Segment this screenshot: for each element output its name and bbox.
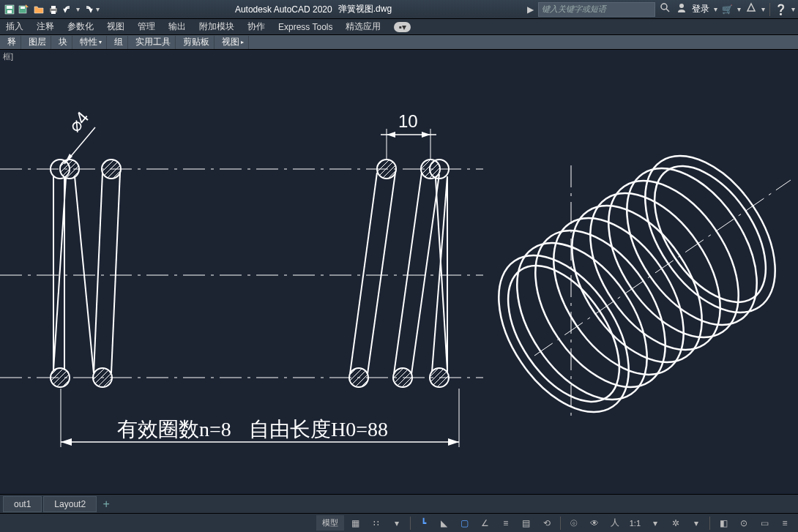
panel-group[interactable]: 组	[110, 36, 128, 49]
status-model[interactable]: 模型	[316, 515, 344, 531]
panel-properties[interactable]: 特性▾	[75, 36, 107, 49]
transparency-icon[interactable]: ▤	[518, 515, 535, 531]
ribbon-tabs: 插入 注释 参数化 视图 管理 输出 附加模块 协作 Express Tools…	[0, 19, 798, 35]
annotation-visibility-icon[interactable]: 👁	[586, 515, 603, 531]
grid-icon[interactable]: ▦	[347, 515, 365, 531]
title-center: Autodesk AutoCAD 2020 弹簧视图.dwg	[100, 3, 527, 15]
play-icon[interactable]: ▶	[527, 4, 534, 15]
tab-addins[interactable]: 附加模块	[199, 20, 234, 33]
lineweight-icon[interactable]: ≡	[497, 515, 515, 531]
title-right: ▶ 键入关键字或短语 登录 ▾ 🛒 ▾ ▾ ❔ ▾	[527, 2, 795, 17]
svg-point-57	[472, 232, 655, 435]
search-input[interactable]: 键入关键字或短语	[538, 2, 655, 17]
login-button[interactable]: 登录	[692, 3, 709, 15]
svg-text:10: 10	[398, 111, 418, 131]
quick-access-toolbar: ▾ ▾	[3, 3, 100, 16]
cycling-icon[interactable]: ⟲	[538, 515, 556, 531]
svg-point-17	[102, 160, 121, 179]
save-icon[interactable]	[3, 3, 16, 16]
spring-front-view: ⌀4 10 有效圈数n=8 自由长度H0=88	[0, 108, 483, 447]
svg-marker-52	[448, 438, 459, 446]
help-icon[interactable]: ❔	[775, 4, 787, 15]
scale-dropdown-icon[interactable]: ▾	[646, 515, 664, 531]
svg-marker-46	[422, 132, 430, 138]
svg-text:⌀4: ⌀4	[64, 108, 92, 135]
panel-bar: 释 图层 块 特性▾ 组 实用工具 剪贴板 视图▸	[0, 35, 798, 50]
hardware-icon[interactable]: ⊙	[735, 515, 753, 531]
frame-label: 框]	[0, 50, 798, 63]
tab-express[interactable]: Express Tools	[278, 22, 332, 32]
cart-icon[interactable]: 🛒	[722, 4, 733, 15]
panel-view[interactable]: 视图▸	[217, 36, 249, 49]
status-bar: 模型 ▦ ∷ ▾ ┗ ◣ ▢ ∠ ≡ ▤ ⟲ ⦾ 👁 人 1:1 ▾ ✲ ▾ ◧…	[0, 513, 798, 532]
tab-output[interactable]: 输出	[168, 20, 186, 33]
svg-point-66	[485, 247, 642, 422]
svg-line-9	[666, 9, 669, 12]
dimension-diameter: ⌀4	[64, 108, 95, 164]
open-icon[interactable]	[32, 3, 45, 16]
customize-icon[interactable]: ▾	[687, 515, 705, 531]
svg-point-26	[377, 160, 396, 179]
svg-rect-1	[7, 6, 12, 9]
undo-dropdown-icon[interactable]: ▾	[76, 5, 80, 13]
panel-utils[interactable]: 实用工具	[131, 36, 176, 49]
svg-point-10	[679, 4, 684, 8]
app-name: Autodesk AutoCAD 2020	[235, 4, 332, 15]
panel-layers[interactable]: 图层	[24, 36, 51, 49]
panel-block[interactable]: 块	[54, 36, 72, 49]
svg-point-67	[632, 147, 788, 322]
isolate-icon[interactable]: ◧	[715, 515, 732, 531]
tab-insert[interactable]: 插入	[6, 20, 23, 33]
app-icon[interactable]	[745, 2, 757, 16]
tab-annotate[interactable]: 注释	[37, 20, 54, 33]
svg-line-33	[368, 173, 395, 374]
app-dropdown-icon[interactable]: ▾	[761, 5, 765, 13]
redo-icon[interactable]	[81, 3, 94, 16]
osnap-icon[interactable]: ▢	[456, 515, 474, 531]
panel-clipboard[interactable]: 剪贴板	[179, 36, 215, 49]
svg-point-30	[393, 368, 412, 387]
login-dropdown-icon[interactable]: ▾	[714, 5, 717, 13]
snap-icon[interactable]: ∷	[368, 515, 385, 531]
drawing-canvas[interactable]: ⌀4 10 有效圈数n=8 自由长度H0=88	[0, 63, 798, 494]
print-icon[interactable]	[47, 3, 60, 16]
user-icon[interactable]	[676, 2, 687, 16]
save-as-icon[interactable]	[18, 3, 31, 16]
file-name: 弹簧视图.dwg	[338, 3, 392, 15]
tab-view[interactable]: 视图	[107, 20, 124, 33]
layout-tab-1[interactable]: out1	[3, 496, 42, 512]
annotation-icon[interactable]: 人	[606, 515, 624, 531]
svg-point-64	[600, 145, 783, 348]
help-dropdown-icon[interactable]: ▾	[791, 5, 795, 13]
panel-explain[interactable]: 释	[3, 36, 21, 49]
polar-icon[interactable]: ◣	[436, 515, 453, 531]
dimension-overall: 有效圈数n=8 自由长度H0=88	[61, 389, 459, 447]
annotation-scale-icon[interactable]: ⦾	[565, 515, 583, 531]
svg-line-35	[411, 174, 439, 374]
tab-featured[interactable]: 精选应用	[346, 20, 381, 33]
svg-point-58	[491, 220, 674, 422]
svg-marker-51	[61, 438, 72, 446]
layout-tabs: out1 Layout2 +	[0, 494, 798, 513]
layout-tab-2[interactable]: Layout2	[43, 496, 97, 512]
status-scale[interactable]: 1:1	[627, 519, 644, 528]
gear-icon[interactable]: ✲	[667, 515, 685, 531]
search-icon[interactable]	[660, 2, 671, 16]
otrack-icon[interactable]: ∠	[477, 515, 494, 531]
dropdown-icon[interactable]: ▾	[388, 515, 406, 531]
svg-text:自由长度H0=88: 自由长度H0=88	[249, 418, 388, 441]
clean-icon[interactable]: ▭	[756, 515, 773, 531]
tab-collab[interactable]: 协作	[247, 20, 265, 33]
ribbon-overflow-icon[interactable]: ▪▾	[394, 22, 410, 32]
menu-icon[interactable]: ≡	[776, 515, 794, 531]
svg-point-61	[545, 182, 728, 385]
svg-point-8	[661, 4, 667, 10]
svg-text:有效圈数n=8: 有效圈数n=8	[117, 418, 231, 441]
tab-manage[interactable]: 管理	[138, 20, 155, 33]
add-layout-button[interactable]: +	[98, 496, 114, 512]
undo-icon[interactable]	[61, 3, 75, 16]
cart-dropdown-icon[interactable]: ▾	[737, 5, 741, 13]
ortho-icon[interactable]: ┗	[415, 515, 433, 531]
svg-rect-2	[7, 10, 12, 13]
tab-parametric[interactable]: 参数化	[67, 20, 94, 33]
